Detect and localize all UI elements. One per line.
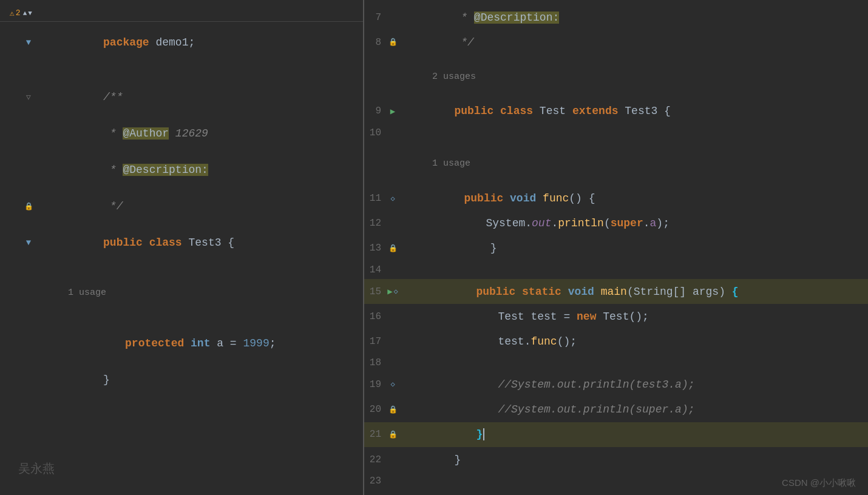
code-line: protected int a = 1999; bbox=[0, 325, 363, 362]
code-line: 17 test.func(); bbox=[364, 329, 868, 354]
up-arrow-icon[interactable]: ▲ bbox=[23, 10, 27, 17]
code-line: ▽ /** bbox=[0, 79, 363, 115]
left-code-area: ▼ package demo1; ▽ /** bbox=[0, 22, 363, 416]
line-content: package demo1; bbox=[35, 24, 363, 61]
usage-hint: 1 usage bbox=[402, 156, 868, 172]
watermark: 吴永燕 bbox=[18, 460, 55, 477]
lock-icon: 🔒 bbox=[388, 244, 398, 253]
lock-icon: 🔒 bbox=[388, 38, 398, 47]
fold-icon[interactable]: ▽ bbox=[26, 92, 31, 102]
run-arrow-icon[interactable]: ▶ bbox=[387, 286, 392, 297]
usage-hint-line: 1 usage bbox=[0, 261, 363, 325]
code-line: * @Description: bbox=[0, 152, 363, 188]
code-line bbox=[0, 61, 363, 79]
left-pane: ⚠ 2 ▲ ▼ ▼ package demo1; bbox=[0, 0, 364, 495]
code-line: 13 🔒 } bbox=[364, 236, 868, 261]
down-indicator-icon: ▼ bbox=[26, 238, 31, 247]
lock-icon: 🔒 bbox=[24, 202, 33, 211]
code-line: * @Author 12629 bbox=[0, 115, 363, 152]
usage-hint: 1 usage bbox=[38, 285, 363, 301]
run-arrow-icon[interactable]: ▶ bbox=[390, 106, 395, 116]
cursor bbox=[483, 428, 484, 440]
lock-icon: 🔒 bbox=[388, 430, 398, 439]
code-line: ▼ public class Test3 { bbox=[0, 224, 363, 261]
warning-icon: ⚠ bbox=[10, 8, 15, 18]
diamond-icon: ◇ bbox=[390, 194, 395, 203]
left-tab-bar: ⚠ 2 ▲ ▼ bbox=[0, 5, 363, 22]
usage-hint-line: 1 usage bbox=[364, 142, 868, 186]
attribution: CSDN @小小啾啾 bbox=[782, 477, 856, 489]
right-pane: 7 * @Description: 8 🔒 */ 2 usages bbox=[364, 0, 868, 495]
code-line bbox=[0, 398, 363, 416]
usage-hint: 2 usages bbox=[402, 69, 868, 85]
line-icon: ▼ bbox=[22, 38, 35, 47]
diamond-icon: ◇ bbox=[394, 287, 398, 296]
code-line: 9 ▶ public class Test extends Test3 { bbox=[364, 99, 868, 124]
line-number: 7 bbox=[364, 12, 386, 23]
lock-icon: 🔒 bbox=[388, 405, 398, 414]
code-line: 🔒 */ bbox=[0, 188, 363, 224]
code-line: ▼ package demo1; bbox=[0, 24, 363, 61]
warning-count: 2 bbox=[16, 8, 21, 18]
down-arrow-icon[interactable]: ▼ bbox=[28, 10, 32, 17]
diamond-icon: ◇ bbox=[390, 380, 395, 389]
down-indicator: ▼ bbox=[26, 38, 31, 47]
keyword: package bbox=[103, 36, 149, 49]
usage-hint-line: 2 usages bbox=[364, 55, 868, 99]
code-line: 22 } bbox=[364, 447, 868, 472]
code-line: } bbox=[0, 362, 363, 398]
